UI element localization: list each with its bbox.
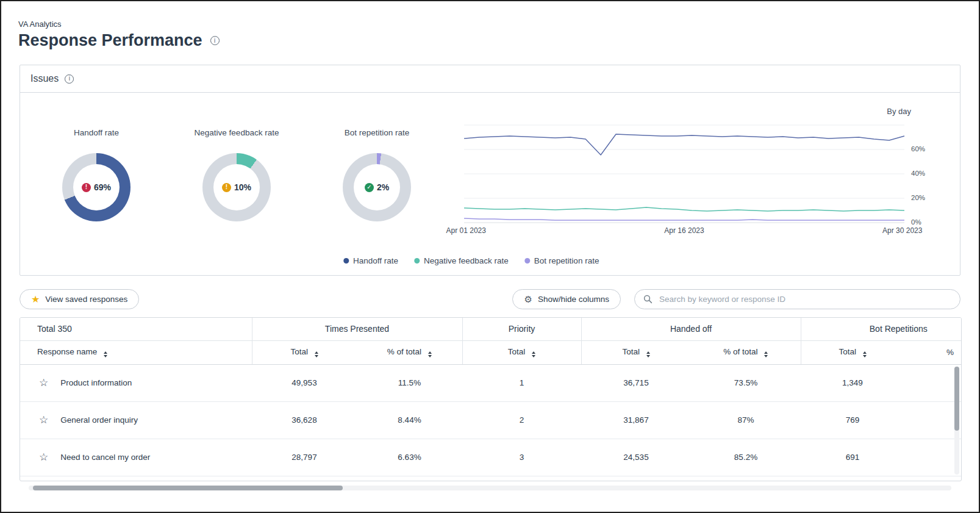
table-row[interactable]: ☆ Need to cancel my order 28,797 6.63% 3…	[20, 439, 962, 476]
search-box[interactable]	[634, 289, 960, 309]
cell-bot-pct	[904, 364, 962, 401]
sort-icon[interactable]	[315, 351, 318, 357]
column-label: % of total	[723, 347, 757, 356]
column-label: Total	[623, 347, 640, 356]
legend-label: Negative feedback rate	[424, 256, 509, 265]
responses-data-table: Total 350 Times Presented Priority Hande…	[20, 318, 962, 476]
bot-repetition-rate-gauge: Bot repetition rate ✓ 2%	[307, 128, 447, 221]
col-times-presented-pct[interactable]: % of total	[357, 340, 462, 364]
button-label: Show/hide columns	[538, 295, 609, 304]
search-input[interactable]	[658, 294, 951, 304]
response-name: General order inquiry	[60, 415, 138, 425]
cell-bot-total: 769	[801, 401, 904, 439]
cell-times-pct: 11.5%	[357, 364, 462, 401]
response-performance-page: VA Analytics Response Performance i Issu…	[0, 0, 980, 513]
vertical-scrollbar-thumb[interactable]	[954, 367, 959, 431]
cell-handed-total: 36,715	[581, 364, 691, 401]
chart-legend: Handoff rate Negative feedback rate Bot …	[343, 256, 599, 265]
sort-icon[interactable]	[764, 351, 768, 357]
legend-dot-icon	[343, 258, 349, 264]
negative-feedback-donut-chart: ! 10%	[202, 153, 271, 221]
view-saved-responses-button[interactable]: ★ View saved responses	[20, 289, 139, 309]
sort-icon[interactable]	[532, 351, 535, 357]
sort-icon[interactable]	[104, 351, 107, 357]
issues-card: Issues i Handoff rate ! 69% Negative fee…	[20, 65, 960, 276]
x-tick: Apr 30 2023	[882, 226, 922, 235]
star-toggle-icon[interactable]: ☆	[39, 452, 48, 462]
page-header: VA Analytics Response Performance i	[1, 1, 979, 50]
legend-negative-feedback-rate[interactable]: Negative feedback rate	[414, 256, 509, 265]
x-tick: Apr 16 2023	[664, 226, 704, 235]
cell-handed-pct: 85.2%	[691, 439, 801, 476]
info-icon[interactable]: i	[65, 74, 74, 84]
cell-bot-total: 1,349	[801, 364, 904, 401]
search-icon	[643, 295, 653, 304]
issues-card-body: Handoff rate ! 69% Negative feedback rat…	[20, 93, 960, 275]
cell-times-total: 28,797	[252, 439, 357, 476]
y-tick: 60%	[911, 145, 925, 152]
cell-times-total: 36,628	[252, 401, 357, 439]
cell-priority: 2	[462, 401, 581, 439]
donut-center: ✓ 2%	[354, 164, 400, 210]
col-times-presented-total[interactable]: Total	[252, 340, 357, 364]
sort-icon[interactable]	[863, 351, 867, 357]
by-day-label: By day	[887, 107, 911, 116]
column-label: Total	[839, 347, 857, 356]
col-handed-off-total[interactable]: Total	[581, 340, 691, 364]
column-label: Total	[508, 347, 526, 356]
gear-icon: ⚙	[524, 295, 532, 304]
toolbar: ★ View saved responses ⚙ Show/hide colum…	[20, 289, 960, 309]
horizontal-scrollbar-thumb[interactable]	[33, 486, 343, 490]
page-title: Response Performance	[18, 31, 202, 50]
issues-title: Issues	[30, 73, 59, 84]
vertical-scrollbar[interactable]	[954, 367, 959, 475]
group-times-presented: Times Presented	[252, 318, 462, 340]
legend-bot-repetition-rate[interactable]: Bot repetition rate	[524, 256, 599, 265]
cell-bot-pct	[904, 439, 962, 476]
negative-feedback-rate-gauge: Negative feedback rate ! 10%	[166, 128, 307, 221]
x-tick: Apr 01 2023	[446, 226, 486, 235]
donut-center: ! 10%	[213, 164, 260, 210]
col-bot-repetitions-total[interactable]: Total	[801, 340, 904, 364]
horizontal-scrollbar[interactable]	[29, 486, 951, 490]
info-icon[interactable]: i	[210, 36, 220, 45]
col-response-name[interactable]: Response name	[20, 340, 252, 364]
cell-bot-pct	[904, 401, 962, 439]
column-label: Response name	[37, 347, 97, 356]
group-bot-repetitions: Bot Repetitions	[801, 318, 962, 340]
col-bot-repetitions-pct[interactable]: %	[904, 340, 962, 364]
gauge-value: 10%	[234, 182, 251, 192]
column-label: %	[946, 348, 954, 357]
legend-label: Handoff rate	[353, 256, 398, 265]
total-count-label: Total 350	[20, 318, 252, 340]
issues-by-day-line-chart: 60% 40% 20% 0% Apr 01 2023 Apr 16 2023 A…	[464, 125, 904, 223]
response-name: Need to cancel my order	[60, 453, 150, 462]
success-status-icon: ✓	[365, 183, 374, 192]
gauge-label: Negative feedback rate	[166, 128, 307, 137]
col-handed-off-pct[interactable]: % of total	[691, 340, 801, 364]
column-label: Total	[291, 347, 309, 356]
table-group-header-row: Total 350 Times Presented Priority Hande…	[20, 318, 962, 340]
cell-priority: 1	[462, 364, 581, 401]
show-hide-columns-button[interactable]: ⚙ Show/hide columns	[512, 289, 621, 309]
responses-table: Total 350 Times Presented Priority Hande…	[20, 317, 962, 481]
y-axis-labels: 60% 40% 20% 0%	[904, 125, 931, 223]
cell-handed-total: 31,867	[581, 401, 691, 439]
legend-handoff-rate[interactable]: Handoff rate	[343, 256, 398, 265]
gauge-label: Bot repetition rate	[307, 128, 447, 137]
y-tick: 0%	[911, 218, 921, 226]
cell-times-pct: 6.63%	[357, 439, 462, 476]
col-priority-total[interactable]: Total	[462, 340, 581, 364]
cell-priority: 3	[462, 439, 581, 476]
sort-icon[interactable]	[428, 351, 432, 357]
table-row[interactable]: ☆ Product information 49,953 11.5% 1 36,…	[20, 364, 962, 401]
cell-handed-pct: 87%	[691, 401, 801, 439]
legend-label: Bot repetition rate	[534, 256, 599, 265]
sort-icon[interactable]	[646, 351, 650, 357]
star-toggle-icon[interactable]: ☆	[39, 378, 48, 388]
y-tick: 20%	[911, 194, 925, 201]
error-status-icon: !	[82, 183, 91, 192]
star-toggle-icon[interactable]: ☆	[39, 415, 48, 425]
table-row[interactable]: ☆ General order inquiry 36,628 8.44% 2 3…	[20, 401, 962, 439]
legend-dot-icon	[524, 258, 530, 264]
